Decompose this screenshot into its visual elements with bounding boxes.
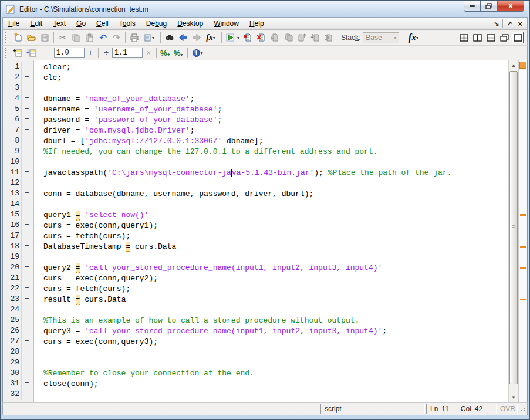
code-area[interactable]: clear;clc;dbname = 'name_of_your_databas… xyxy=(34,60,508,402)
increment-value-button[interactable]: + xyxy=(85,47,96,59)
menu-item-cell[interactable]: Cell xyxy=(91,18,114,29)
multiply-step-field[interactable] xyxy=(112,48,143,58)
code-line[interactable] xyxy=(43,358,508,368)
line-number[interactable]: 23 xyxy=(3,294,22,305)
stack-dropdown[interactable]: Base ▾ xyxy=(363,32,399,43)
go-forward-button[interactable] xyxy=(190,31,203,44)
percent-minus-button[interactable]: % ▾ xyxy=(172,46,185,59)
line-number[interactable]: 17 xyxy=(3,231,22,242)
exit-debug-button[interactable] xyxy=(322,31,335,44)
gutter-row[interactable]: 27− xyxy=(3,337,33,347)
code-line[interactable] xyxy=(43,347,508,358)
gutter-row[interactable]: 26− xyxy=(3,326,33,337)
code-line[interactable]: %This is an example of how to call a sto… xyxy=(43,316,508,326)
line-number[interactable]: 15 xyxy=(3,210,22,221)
line-number[interactable]: 5 xyxy=(3,104,22,115)
code-line[interactable] xyxy=(43,178,508,189)
gutter-row[interactable]: 14 xyxy=(3,199,33,210)
cut-button[interactable]: ✂ xyxy=(56,31,69,44)
line-number[interactable]: 26 xyxy=(3,326,22,337)
title-bar[interactable]: Editor - C:\Simulations\connection_test.… xyxy=(2,1,528,17)
line-number[interactable]: 6 xyxy=(3,115,22,126)
menu-item-desktop[interactable]: Desktop xyxy=(172,18,208,29)
gutter-row[interactable]: 10 xyxy=(3,157,33,168)
line-number[interactable]: 9 xyxy=(3,147,22,157)
publish-dropdown-icon[interactable]: ▾ xyxy=(151,35,156,40)
line-number[interactable]: 29 xyxy=(3,358,22,368)
gutter-row[interactable]: 16− xyxy=(3,221,33,231)
layout-grid-button[interactable] xyxy=(458,32,470,43)
publish-button[interactable]: ▾ xyxy=(141,31,158,44)
line-number[interactable]: 30 xyxy=(3,368,22,379)
menu-item-file[interactable]: File xyxy=(3,18,25,29)
menu-item-debug[interactable]: Debug xyxy=(141,18,172,29)
menu-item-text[interactable]: Text xyxy=(48,18,71,29)
code-line[interactable] xyxy=(43,252,508,263)
gutter-row[interactable]: 21− xyxy=(3,273,33,284)
line-number[interactable]: 25 xyxy=(3,316,22,326)
decrement-value-button[interactable]: − xyxy=(42,47,54,59)
gutter-row[interactable]: 29 xyxy=(3,358,33,368)
line-number[interactable]: 24 xyxy=(3,305,22,316)
line-number[interactable]: 22 xyxy=(3,284,22,294)
line-number[interactable]: 32 xyxy=(3,389,22,400)
line-number[interactable]: 18 xyxy=(3,242,22,252)
menu-item-window[interactable]: Window xyxy=(208,18,244,29)
line-number[interactable]: 7 xyxy=(3,126,22,136)
paste-button[interactable] xyxy=(83,31,96,44)
code-line[interactable]: query3 = 'call your_stored_procedure_nam… xyxy=(43,326,508,337)
gutter-row[interactable]: 15− xyxy=(3,210,33,221)
layout-split-horizontal-button[interactable] xyxy=(485,32,497,43)
line-number[interactable]: 13 xyxy=(3,189,22,199)
code-line[interactable]: query1 = 'select now()' xyxy=(43,210,508,221)
line-number[interactable]: 31 xyxy=(3,379,22,389)
gutter-row[interactable]: 12 xyxy=(3,178,33,189)
line-number[interactable]: 2 xyxy=(3,73,22,83)
gutter-row[interactable]: 30 xyxy=(3,368,33,379)
gutter-row[interactable]: 6− xyxy=(3,115,33,126)
gutter-row[interactable]: 1− xyxy=(3,62,33,73)
gutter-row[interactable]: 7− xyxy=(3,126,33,136)
code-line[interactable]: conn = database(dbname, username, passwo… xyxy=(43,189,508,199)
step-in-button[interactable] xyxy=(281,31,295,44)
line-number[interactable]: 19 xyxy=(3,252,22,263)
info-button[interactable]: ▾ xyxy=(190,46,206,59)
run-button[interactable] xyxy=(224,31,237,44)
code-line[interactable]: curs = exec(conn,query1); xyxy=(43,221,508,231)
evaluate-fx-dropdown-icon[interactable]: ▾ xyxy=(415,35,420,40)
code-line[interactable]: close(conn); xyxy=(43,379,508,389)
gutter-row[interactable]: 13− xyxy=(3,189,33,199)
mlint-warning-marker[interactable] xyxy=(520,299,526,300)
code-line[interactable]: dburl = ['jdbc:mysql://127.0.0.1:3306/' … xyxy=(43,136,508,147)
gutter-row[interactable]: 3 xyxy=(3,83,33,94)
toolbar-grip[interactable] xyxy=(5,48,9,58)
go-back-button[interactable] xyxy=(176,31,190,44)
line-number[interactable]: 1 xyxy=(3,62,22,73)
line-number[interactable]: 20 xyxy=(3,263,22,273)
gutter-row[interactable]: 31− xyxy=(3,379,33,389)
gutter-row[interactable]: 17− xyxy=(3,231,33,242)
gutter-row[interactable]: 22− xyxy=(3,284,33,294)
mlint-summary-indicator[interactable] xyxy=(519,62,526,69)
step-out-button[interactable] xyxy=(295,31,308,44)
close-document-icon[interactable]: × xyxy=(515,19,525,28)
restore-button[interactable] xyxy=(481,1,498,12)
save-button[interactable] xyxy=(38,31,52,44)
code-line[interactable]: username = 'username_of_your_database'; xyxy=(43,104,508,115)
mlint-warning-marker[interactable] xyxy=(520,267,526,269)
open-file-button[interactable] xyxy=(25,31,38,44)
code-line[interactable]: curs = fetch(curs); xyxy=(43,231,508,242)
vertical-scrollbar[interactable]: ▲ ▼ xyxy=(508,60,518,402)
code-line[interactable]: javaclasspath('C:\jars\mysql-connector-j… xyxy=(43,168,508,178)
multiply-value-button[interactable]: × xyxy=(143,47,154,59)
gutter-row[interactable]: 20− xyxy=(3,263,33,273)
code-line[interactable]: result = curs.Data xyxy=(43,294,508,305)
minimize-button[interactable] xyxy=(464,1,481,12)
undo-button[interactable]: ↶ xyxy=(96,31,110,44)
line-number[interactable]: 14 xyxy=(3,199,22,210)
close-button[interactable] xyxy=(498,1,524,12)
goto-function-dropdown-icon[interactable]: ▾ xyxy=(212,35,217,40)
scroll-down-icon[interactable]: ▼ xyxy=(509,392,518,402)
copy-button[interactable] xyxy=(69,31,83,44)
code-line[interactable] xyxy=(43,157,508,168)
